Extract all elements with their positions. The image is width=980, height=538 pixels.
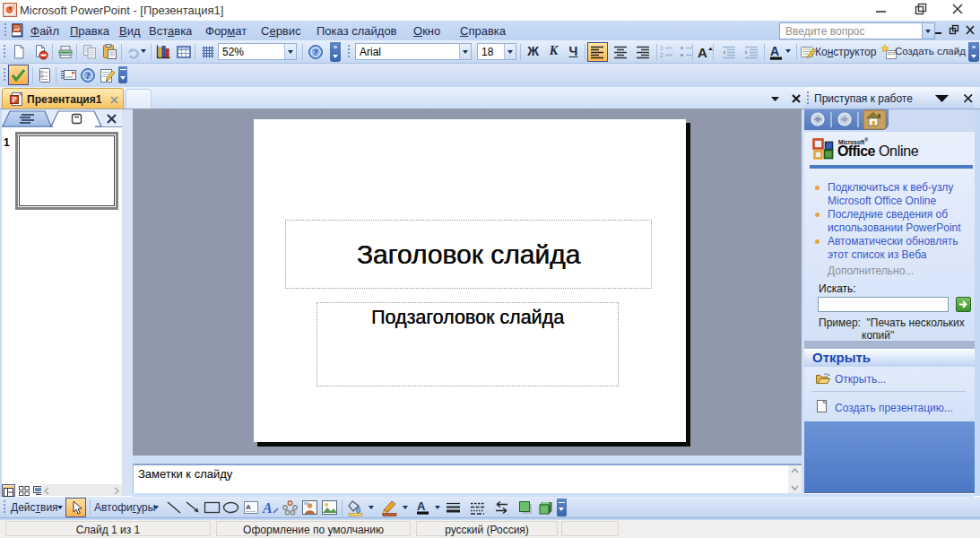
svg-text:?: ? [86,71,91,81]
svg-text:2: 2 [660,52,663,58]
svg-text:1: 1 [660,45,663,51]
svg-text:A: A [698,45,707,60]
svg-text:A: A [770,44,779,58]
svg-text:A: A [246,503,251,511]
svg-text:A: A [262,500,273,516]
svg-text:A: A [417,499,426,513]
svg-text:?: ? [314,48,318,57]
svg-text:P: P [12,95,17,104]
